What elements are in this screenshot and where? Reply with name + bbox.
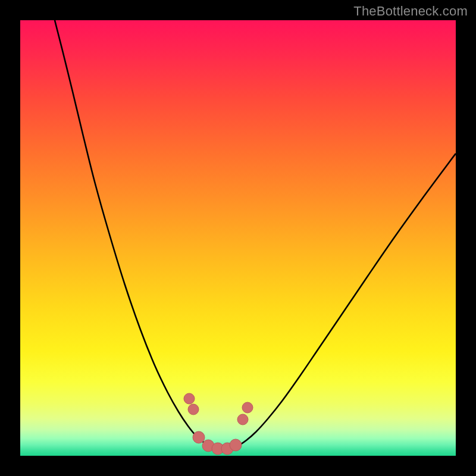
curve-marker <box>242 402 253 413</box>
curve-marker <box>237 414 248 425</box>
curve-marker <box>230 439 242 451</box>
chart-plot-area <box>20 20 456 456</box>
chart-svg <box>20 20 456 456</box>
curve-marker <box>184 393 195 404</box>
curve-marker <box>193 431 205 443</box>
curve-marker <box>188 404 199 415</box>
gradient-background <box>20 20 456 456</box>
watermark-text: TheBottleneck.com <box>353 4 468 19</box>
